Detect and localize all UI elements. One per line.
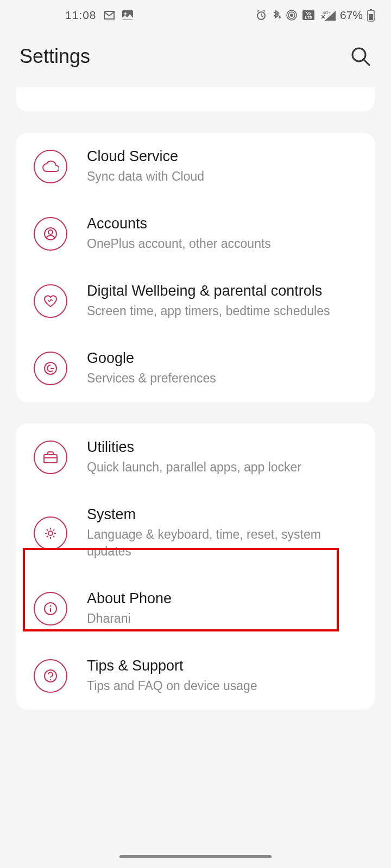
- item-title: Tips & Support: [87, 658, 357, 674]
- settings-item-about-phone[interactable]: About Phone Dharani: [16, 575, 375, 642]
- alarm-icon: [255, 9, 267, 21]
- svg-point-25: [50, 679, 51, 680]
- svg-point-4: [290, 14, 293, 17]
- settings-group-system: Utilities Quick launch, parallel apps, a…: [16, 424, 375, 710]
- item-title: Google: [87, 350, 357, 367]
- svg-line-15: [364, 60, 369, 65]
- settings-group-accounts: Cloud Service Sync data with Cloud Accou…: [16, 133, 375, 402]
- item-subtitle: Quick launch, parallel apps, app locker: [87, 459, 357, 476]
- svg-rect-13: [369, 14, 373, 20]
- item-title: System: [87, 506, 357, 523]
- hotspot-icon: [286, 9, 298, 21]
- svg-text:4G+: 4G+: [323, 10, 331, 15]
- signal-icon: 4G+: [319, 10, 336, 21]
- svg-point-3: [279, 16, 281, 18]
- photos-icon: [122, 10, 134, 21]
- volte-icon: VoLTE: [302, 10, 315, 21]
- svg-rect-12: [370, 9, 372, 10]
- settings-item-tips-support[interactable]: Tips & Support Tips and FAQ on device us…: [16, 642, 375, 710]
- item-title: Cloud Service: [87, 148, 357, 165]
- item-subtitle: Dharani: [87, 610, 357, 627]
- settings-item-cloud-service[interactable]: Cloud Service Sync data with Cloud: [16, 133, 375, 200]
- svg-point-22: [50, 605, 52, 607]
- status-bar: 11:08 VoLTE 4G+ 67%: [0, 0, 391, 30]
- settings-item-digital-wellbeing[interactable]: Digital Wellbeing & parental controls Sc…: [16, 267, 375, 335]
- bluetooth-icon: [272, 9, 281, 22]
- question-icon: [34, 659, 67, 693]
- svg-point-1: [124, 12, 127, 15]
- search-icon: [350, 46, 371, 67]
- nav-indicator[interactable]: [119, 855, 272, 858]
- item-subtitle: Tips and FAQ on device usage: [87, 678, 357, 694]
- item-title: Digital Wellbeing & parental controls: [87, 283, 357, 299]
- user-icon: [34, 217, 67, 251]
- google-icon: [34, 352, 67, 385]
- heart-icon: [34, 284, 67, 318]
- item-title: Utilities: [87, 439, 357, 456]
- gear-icon: [34, 516, 67, 550]
- info-icon: [34, 592, 67, 626]
- settings-item-accounts[interactable]: Accounts OnePlus account, other accounts: [16, 200, 375, 267]
- briefcase-icon: [34, 441, 67, 474]
- item-subtitle: OnePlus account, other accounts: [87, 235, 357, 252]
- battery-percentage: 67%: [340, 9, 363, 22]
- search-button[interactable]: [350, 46, 371, 67]
- svg-text:LTE: LTE: [305, 16, 312, 20]
- battery-icon: [367, 9, 375, 22]
- gmail-icon: [103, 10, 115, 20]
- item-subtitle: Services & preferences: [87, 370, 357, 387]
- svg-point-17: [48, 230, 53, 234]
- item-subtitle: Language & keyboard, time, reset, system…: [87, 526, 357, 560]
- settings-item-system[interactable]: System Language & keyboard, time, reset,…: [16, 491, 375, 575]
- svg-point-20: [48, 531, 53, 535]
- item-subtitle: Sync data with Cloud: [87, 168, 357, 185]
- svg-rect-19: [44, 455, 57, 463]
- cloud-icon: [34, 150, 67, 183]
- item-title: About Phone: [87, 590, 357, 607]
- page-title: Settings: [20, 45, 90, 68]
- settings-item-utilities[interactable]: Utilities Quick launch, parallel apps, a…: [16, 424, 375, 491]
- svg-text:Vo: Vo: [306, 11, 311, 15]
- item-title: Accounts: [87, 215, 357, 232]
- item-subtitle: Screen time, app timers, bedtime schedul…: [87, 303, 357, 320]
- header: Settings: [0, 30, 391, 87]
- settings-item-google[interactable]: Google Services & preferences: [16, 335, 375, 402]
- status-time: 11:08: [65, 9, 97, 22]
- previous-card-tail: [16, 87, 375, 111]
